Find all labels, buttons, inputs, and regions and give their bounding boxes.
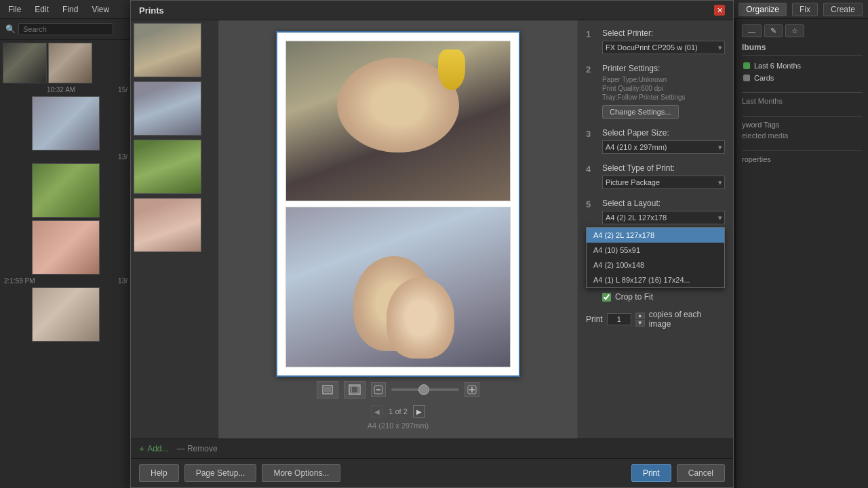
cancel-button[interactable]: Cancel [677,464,725,482]
copies-down-button[interactable]: ▼ [635,320,645,327]
fit-page-button[interactable] [317,381,338,399]
print-copies-row: Print ▲ ▼ copies of each image [586,310,725,329]
preview-photo-bottom [285,207,511,367]
layout-content: Select a Layout: A4 (2) 2L 127x178 A4 (2… [602,199,725,224]
menu-edit[interactable]: Edit [32,3,52,16]
keyword-tags-label: yword Tags [742,121,863,129]
thumb-date-1: 10:32 AM [47,86,75,94]
layout-dropdown: A4 (2) 2L 127x178 A4 (10) 55x91 A4 (2) 1… [586,227,725,288]
create-button[interactable]: Create [823,3,863,16]
step-num-2: 2 [586,64,597,75]
menu-view[interactable]: View [89,3,112,16]
copies-up-button[interactable]: ▲ [635,312,645,319]
left-sidebar: 🔍 10:32 AM 15/ 13/ 2:1:59 PM 13/ [0,19,132,488]
footer-left-buttons: Help Page Setup... More Options... [139,464,340,482]
page-size-label: A4 (210 x 297mm) [368,420,429,431]
album-dot-gray [743,75,750,81]
list-item[interactable] [48,43,92,83]
list-item[interactable] [134,23,201,77]
search-bar: 🔍 [0,19,132,40]
printer-select[interactable]: FX DocuPrint CP205 w (01) [602,41,725,54]
organize-button[interactable]: Organize [738,3,787,16]
svg-rect-9 [374,386,382,394]
tray-label: Tray:Follow Printer Settings [602,94,725,101]
album-label-1: Last 6 Months [754,62,801,70]
step-num-3: 3 [586,128,597,139]
help-button[interactable]: Help [139,464,179,482]
paper-size-select[interactable]: A4 (210 x 297mm) [602,140,725,154]
album-dot-green [743,62,750,69]
zoom-in-button[interactable] [465,382,479,397]
remove-button[interactable]: — Remove [177,444,218,453]
menu-file[interactable]: File [5,3,24,16]
copies-of-label: copies of each image [649,310,725,329]
zoom-slider[interactable] [391,388,459,391]
preview-panel: ◀ 1 of 2 ▶ A4 (210 x 297mm) [219,20,577,439]
selected-media-label: elected media [742,131,863,140]
print-quality-label: Print Quality:600 dpi [602,85,725,92]
svg-rect-12 [468,386,476,394]
zoom-out-button[interactable] [371,382,386,397]
more-options-button[interactable]: More Options... [262,464,340,482]
list-item[interactable] [134,198,201,252]
fix-button[interactable]: Fix [792,3,818,16]
paper-size-select-wrapper: A4 (210 x 297mm) [602,140,725,154]
layout-dropdown-option-1[interactable]: A4 (2) 2L 127x178 [587,228,724,243]
layout-dropdown-option-4[interactable]: A4 (1) L 89x127 (16) 17x24... [587,272,724,287]
copies-input[interactable] [607,313,631,325]
list-item[interactable] [134,81,201,136]
option-select-printer: 1 Select Printer: FX DocuPrint CP205 w (… [586,28,725,54]
add-button[interactable]: + Add... [139,443,169,454]
printer-option: Select Printer: FX DocuPrint CP205 w (01… [602,28,725,54]
select-printer-label: Select Printer: [602,28,725,38]
layout-dropdown-option-2[interactable]: A4 (10) 55x91 [587,243,724,258]
step-num-5: 5 [586,199,597,209]
list-item[interactable] [3,43,47,83]
option-printer-settings: 2 Printer Settings: Paper Type:Unknown P… [586,64,725,119]
fit-image-button[interactable] [344,381,366,399]
plus-icon: + [139,443,144,454]
zoom-handle[interactable] [418,384,429,395]
copies-spinner: ▲ ▼ [635,312,645,327]
add-remove-bar: + Add... — Remove [131,439,733,458]
paper-size-label: Select Paper Size: [602,128,725,138]
thumb-date-1b: 15/ [118,86,127,94]
print-type-select-wrapper: Picture Package [602,176,725,189]
tool-btn-star[interactable]: ☆ [785,24,804,37]
list-item[interactable] [134,140,201,194]
option-paper-size: 3 Select Paper Size: A4 (210 x 297mm) [586,128,725,154]
list-item[interactable] [32,287,100,342]
layout-label: Select a Layout: [602,199,725,208]
tool-btn-edit[interactable]: ✎ [764,24,783,37]
paper-type-label: Paper Type:Unknown [602,76,725,83]
layout-select[interactable]: A4 (2) 2L 127x178 [602,211,725,224]
print-button[interactable]: Print [631,464,671,482]
options-panel: 1 Select Printer: FX DocuPrint CP205 w (… [577,20,733,439]
step-num-1: 1 [586,28,597,39]
crop-to-fit-checkbox[interactable] [602,293,611,302]
prev-page-button[interactable]: ◀ [371,405,383,418]
next-page-button[interactable]: ▶ [413,405,425,418]
prints-dialog: Prints ✕ [130,0,734,488]
list-item[interactable] [32,163,100,218]
preview-gap [285,203,511,205]
right-sidebar: — ✎ ☆ lbums Last 6 Months Cards Last Mon… [736,19,868,488]
album-label-2: Cards [754,74,774,82]
page-setup-button[interactable]: Page Setup... [184,464,257,482]
dialog-title: Prints [139,5,164,16]
crop-to-fit-label: Crop to Fit [615,292,653,302]
album-item-cards[interactable]: Cards [742,72,863,84]
thumb-time-4: 2:1:59 PM [4,277,35,285]
layout-dropdown-option-3[interactable]: A4 (2) 100x148 [587,258,724,272]
search-input[interactable] [18,23,113,35]
change-settings-button[interactable]: Change Settings... [602,105,679,119]
dialog-close-button[interactable]: ✕ [714,5,725,16]
list-item[interactable] [32,220,100,274]
print-type-select[interactable]: Picture Package [602,176,725,189]
list-item[interactable] [32,96,100,150]
dialog-footer: Help Page Setup... More Options... Print… [131,458,733,487]
menu-find[interactable]: Find [60,3,81,16]
step-num-4: 4 [586,163,597,174]
tool-btn-1[interactable]: — [742,24,762,37]
album-item-last6months[interactable]: Last 6 Months [742,60,863,72]
